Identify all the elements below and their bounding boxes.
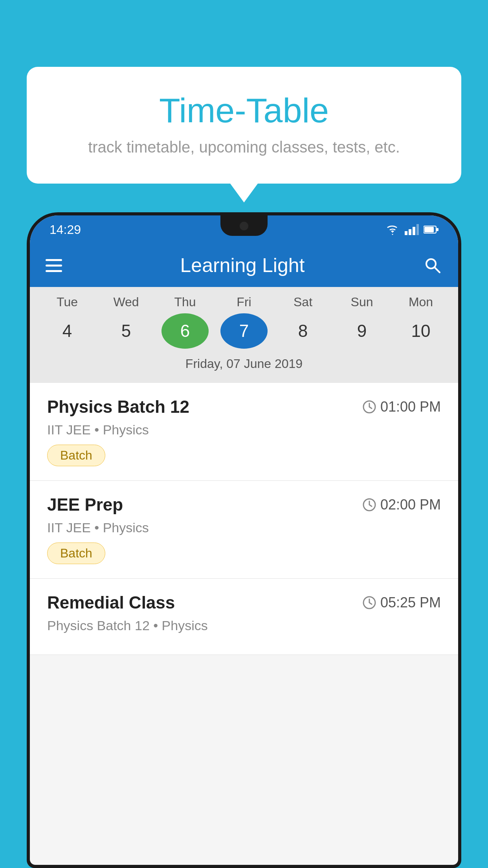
calendar-day-name: Sat xyxy=(279,295,327,309)
schedule-item[interactable]: JEE Prep02:00 PMIIT JEE • PhysicsBatch xyxy=(30,481,458,579)
calendar-day-number[interactable]: 5 xyxy=(103,313,150,349)
schedule-item-time: 02:00 PM xyxy=(362,497,441,513)
calendar-day-name: Fri xyxy=(220,295,268,309)
speech-bubble-card: Time-Table track timetable, upcoming cla… xyxy=(27,67,461,184)
app-bar: Learning Light xyxy=(30,244,458,287)
wifi-icon xyxy=(385,224,400,235)
schedule-item-title: Physics Batch 12 xyxy=(47,397,189,417)
clock-icon xyxy=(362,400,376,414)
svg-rect-6 xyxy=(437,228,438,231)
bubble-subtitle: track timetable, upcoming classes, tests… xyxy=(58,138,430,156)
status-bar: 14:29 xyxy=(30,215,458,244)
camera-dot xyxy=(240,222,248,230)
schedule-item-header: Remedial Class05:25 PM xyxy=(47,593,441,612)
schedule-item-header: JEE Prep02:00 PM xyxy=(47,495,441,515)
calendar-day-name: Wed xyxy=(103,295,150,309)
status-icons xyxy=(385,224,438,235)
search-button[interactable] xyxy=(423,256,442,275)
calendar-day-number[interactable]: 6 xyxy=(161,313,209,349)
batch-badge: Batch xyxy=(47,542,105,564)
svg-rect-2 xyxy=(413,227,415,235)
phone-frame: 14:29 xyxy=(27,212,461,868)
schedule-item[interactable]: Remedial Class05:25 PMPhysics Batch 12 •… xyxy=(30,579,458,655)
day-numbers-row: 45678910 xyxy=(30,309,458,353)
signal-icon xyxy=(405,224,419,235)
status-time: 14:29 xyxy=(50,223,81,237)
calendar-day-number[interactable]: 9 xyxy=(338,313,385,349)
schedule-item-header: Physics Batch 1201:00 PM xyxy=(47,397,441,417)
calendar-day-name: Sun xyxy=(338,295,385,309)
hamburger-menu-icon[interactable] xyxy=(46,259,62,272)
clock-icon xyxy=(362,596,376,610)
notch xyxy=(220,215,268,236)
calendar-day-number[interactable]: 7 xyxy=(220,313,268,349)
schedule-item-subtitle: IIT JEE • Physics xyxy=(47,520,441,535)
calendar-strip: TueWedThuFriSatSunMon 45678910 Friday, 0… xyxy=(30,287,458,383)
app-bar-title: Learning Light xyxy=(180,254,305,277)
calendar-day-name: Thu xyxy=(161,295,209,309)
svg-rect-5 xyxy=(424,227,434,232)
calendar-day-number[interactable]: 4 xyxy=(44,313,91,349)
selected-date-label: Friday, 07 June 2019 xyxy=(30,353,458,379)
svg-rect-1 xyxy=(409,229,411,235)
clock-icon xyxy=(362,498,376,512)
phone-inner: 14:29 xyxy=(30,215,458,865)
calendar-day-number[interactable]: 10 xyxy=(397,313,444,349)
svg-rect-3 xyxy=(416,224,419,235)
schedule-item-subtitle: Physics Batch 12 • Physics xyxy=(47,618,441,633)
schedule-item-title: Remedial Class xyxy=(47,593,175,612)
calendar-day-name: Mon xyxy=(397,295,444,309)
battery-icon xyxy=(424,225,438,234)
day-names-row: TueWedThuFriSatSunMon xyxy=(30,295,458,309)
schedule-item-time: 01:00 PM xyxy=(362,399,441,415)
schedule-item[interactable]: Physics Batch 1201:00 PMIIT JEE • Physic… xyxy=(30,383,458,481)
svg-line-8 xyxy=(435,267,440,272)
schedule-list: Physics Batch 1201:00 PMIIT JEE • Physic… xyxy=(30,383,458,655)
svg-rect-0 xyxy=(405,231,407,235)
schedule-item-time: 05:25 PM xyxy=(362,594,441,611)
schedule-item-subtitle: IIT JEE • Physics xyxy=(47,422,441,438)
bubble-title: Time-Table xyxy=(58,90,430,131)
schedule-item-title: JEE Prep xyxy=(47,495,123,515)
calendar-day-number[interactable]: 8 xyxy=(279,313,327,349)
calendar-day-name: Tue xyxy=(44,295,91,309)
batch-badge: Batch xyxy=(47,445,105,466)
